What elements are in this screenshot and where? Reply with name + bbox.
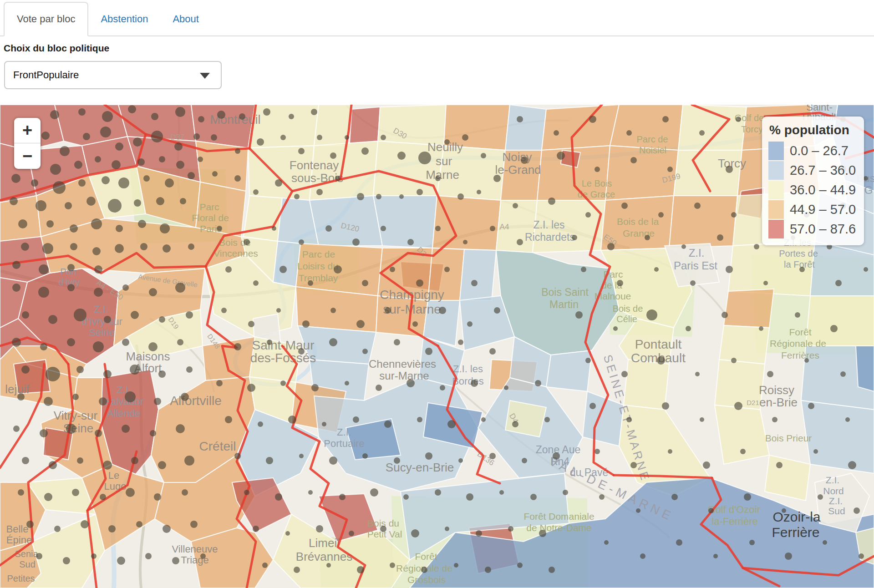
population-dot (115, 142, 123, 151)
population-dot (102, 176, 110, 184)
population-dot (46, 367, 60, 381)
population-dot (384, 421, 391, 428)
map-label: Z.I. (337, 426, 351, 438)
population-dot (695, 372, 700, 376)
population-dot (50, 110, 59, 119)
population-dot (845, 417, 850, 422)
population-dot (138, 220, 146, 228)
population-dot (662, 116, 669, 122)
population-dot (736, 117, 741, 122)
population-dot (535, 380, 541, 386)
population-dot (361, 147, 369, 155)
population-dot (508, 526, 513, 532)
population-dot (462, 134, 468, 141)
population-dot (840, 371, 846, 377)
bloc-select[interactable]: FrontPopulaire (4, 61, 222, 89)
population-dot (407, 379, 415, 387)
population-dot (585, 358, 591, 363)
population-dot (60, 146, 70, 156)
population-dot (154, 493, 161, 501)
tab-vote-par-bloc[interactable]: Vote par bloc (4, 2, 88, 36)
population-dot (412, 321, 418, 327)
population-dot (421, 567, 427, 573)
population-dot (763, 281, 768, 285)
population-dot (782, 508, 786, 513)
population-dot (630, 157, 637, 163)
population-dot (116, 225, 123, 232)
population-dot (65, 202, 72, 209)
population-dot (681, 244, 686, 249)
population-dot (275, 493, 282, 501)
population-dot (184, 456, 194, 466)
legend-item: 44.9 – 57.0 (768, 200, 858, 219)
population-dot (626, 417, 632, 422)
tab-bar: Vote par blocAbstentionAbout (0, 0, 874, 36)
population-dot (454, 563, 458, 568)
population-dot (690, 280, 696, 286)
population-dot (317, 135, 322, 140)
population-dot (279, 266, 287, 273)
population-dot (823, 540, 827, 545)
population-dot (276, 308, 281, 313)
population-dot (799, 267, 805, 272)
population-dot (154, 398, 161, 405)
population-dot (397, 152, 406, 160)
population-dot (353, 416, 359, 423)
map-label: Sud (828, 506, 845, 516)
population-dot (595, 449, 600, 454)
tab-about[interactable]: About (160, 3, 211, 35)
map-legend: % population 0.0 – 26.726.7 – 36.036.0 –… (762, 117, 864, 245)
population-dot (302, 320, 310, 328)
population-dot (481, 417, 486, 422)
population-dot (77, 457, 83, 464)
population-dot (31, 179, 38, 187)
population-dot (334, 265, 342, 274)
population-dot (13, 426, 20, 432)
legend-swatch (768, 161, 784, 180)
population-dot (345, 381, 349, 385)
population-dot (175, 107, 185, 117)
map-label: Régionale de (770, 338, 826, 349)
leaflet-map[interactable]: MontreuilFontenaysous-BoisNeuillysurMarn… (0, 105, 874, 588)
population-dot (186, 366, 193, 373)
population-dot (67, 338, 75, 346)
map-label: Roissy (759, 383, 794, 397)
map-label: Vitry-sur (54, 409, 98, 422)
population-dot (330, 152, 336, 159)
map-label: Paris Est (674, 259, 717, 272)
population-dot (38, 287, 49, 298)
population-dot (493, 175, 501, 182)
map-label: Z.I. (689, 247, 705, 259)
population-dot (137, 158, 145, 166)
population-dot (694, 203, 701, 209)
population-dot (636, 508, 640, 513)
population-dot (21, 365, 30, 374)
population-dot (676, 539, 682, 546)
population-dot (713, 554, 718, 558)
population-dot (425, 452, 432, 460)
legend-range: 44.9 – 57.0 (790, 202, 856, 217)
population-dot (654, 267, 659, 272)
population-dot (143, 175, 150, 182)
population-dot (311, 109, 317, 115)
population-dot (186, 311, 193, 319)
population-dot (217, 111, 225, 119)
population-dot (463, 240, 467, 244)
population-dot (22, 457, 29, 464)
population-dot (188, 243, 194, 250)
population-dot (394, 457, 400, 464)
zoom-in-button[interactable]: + (14, 118, 41, 143)
population-dot (165, 178, 174, 188)
population-dot (133, 137, 142, 147)
population-dot (118, 177, 129, 188)
tab-abstention[interactable]: Abstention (88, 3, 160, 35)
population-dot (253, 526, 259, 532)
population-dot (95, 156, 101, 162)
map-label: Parc (199, 202, 219, 212)
population-dot (130, 365, 140, 375)
population-dot (253, 280, 259, 286)
map-label: Fontenay (290, 158, 339, 172)
population-dot (18, 219, 27, 228)
zoom-out-button[interactable]: − (14, 143, 41, 169)
map-label: Parc de (302, 249, 335, 259)
